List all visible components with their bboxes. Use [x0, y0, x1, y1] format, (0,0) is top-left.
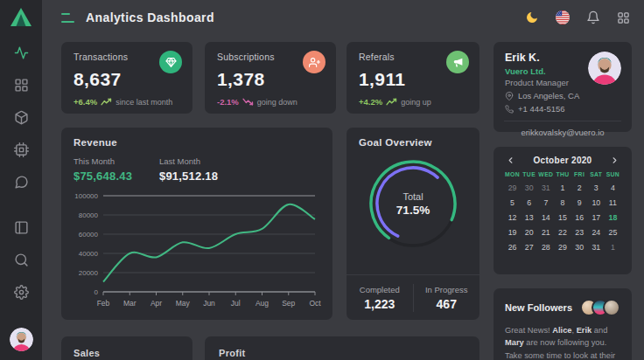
svg-text:Total: Total	[402, 191, 423, 202]
svg-text:40000: 40000	[79, 250, 99, 258]
calendar-weekday: WED	[537, 171, 554, 177]
svg-text:60000: 60000	[79, 231, 99, 239]
trend-note: going up	[401, 98, 431, 107]
activity-icon[interactable]	[14, 45, 29, 60]
trend-up-icon	[101, 98, 112, 106]
apps-icon[interactable]	[617, 11, 630, 24]
calendar-day[interactable]: 22	[554, 228, 570, 237]
calendar-day[interactable]: 27	[521, 243, 537, 252]
completed-value: 1,223	[346, 297, 413, 311]
search-icon[interactable]	[14, 253, 29, 267]
stat-value: 8,637	[74, 69, 180, 90]
calendar-day-selected[interactable]: 18	[605, 213, 621, 222]
subscriptions-card: Subscriptions 1,378 -2.1% going down	[205, 42, 336, 114]
app-logo-icon[interactable]	[10, 7, 32, 28]
transactions-card: Transactions 8,637 +6.4% since last mont…	[61, 42, 192, 114]
calendar-day[interactable]: 15	[554, 213, 570, 222]
calendar-day[interactable]: 7	[537, 198, 554, 207]
calendar-day[interactable]: 6	[521, 198, 537, 207]
calendar-day[interactable]: 17	[588, 213, 605, 222]
calendar-day[interactable]: 24	[588, 228, 605, 237]
profile-phone: +1 444-5156	[518, 104, 565, 114]
calendar-day[interactable]: 25	[605, 228, 621, 237]
trend-up-icon	[386, 98, 397, 106]
calendar-day[interactable]: 23	[571, 228, 588, 237]
follower-name[interactable]: Alice	[552, 326, 571, 335]
calendar-day[interactable]: 29	[554, 243, 570, 252]
profile-avatar[interactable]	[588, 52, 621, 85]
calendar-day[interactable]: 31	[588, 243, 605, 252]
box-icon[interactable]	[14, 110, 29, 125]
calendar-day[interactable]: 30	[571, 243, 588, 252]
svg-text:Aug: Aug	[256, 299, 269, 308]
svg-text:Mar: Mar	[123, 299, 136, 308]
sidebar-user-avatar[interactable]	[10, 328, 33, 351]
moon-icon[interactable]	[525, 10, 539, 24]
calendar-day[interactable]: 13	[521, 213, 537, 222]
stat-icon-badge	[159, 51, 182, 73]
calendar-day[interactable]: 20	[521, 228, 537, 237]
chevron-right-icon[interactable]	[610, 156, 620, 165]
svg-text:Apr: Apr	[150, 299, 162, 308]
menu-icon[interactable]	[61, 13, 74, 23]
grid-icon[interactable]	[14, 78, 29, 93]
calendar-day[interactable]: 9	[571, 198, 588, 207]
goal-completed: Completed 1,223	[346, 285, 413, 311]
svg-text:May: May	[176, 299, 191, 308]
sidebar-nav	[14, 45, 29, 190]
calendar-day[interactable]: 4	[605, 183, 621, 192]
stat-value: 1,378	[217, 69, 324, 90]
stat-icon-badge	[303, 51, 326, 73]
followers-message: Great News! Alice, Erik and Mary are now…	[505, 324, 620, 360]
followers-title: New Followers	[505, 302, 580, 313]
calendar-day[interactable]: 19	[504, 228, 521, 237]
revenue-line-chart: 020000400006000080000100000FebMarAprMayJ…	[68, 187, 326, 316]
followers-header: New Followers	[505, 299, 620, 316]
page-title: Analytics Dashboard	[86, 10, 214, 24]
trend-percent: -2.1%	[217, 97, 239, 107]
goal-overview-card: Goal Overview Total 71.5% Completed 1,22…	[346, 128, 480, 320]
calendar-day[interactable]: 30	[521, 183, 537, 192]
svg-text:Feb: Feb	[97, 299, 110, 308]
chevron-left-icon[interactable]	[506, 156, 515, 165]
trend-percent: +4.2%	[359, 97, 382, 107]
stat-trend: -2.1% going down	[217, 97, 324, 107]
panel-icon[interactable]	[14, 220, 29, 235]
calendar-day[interactable]: 2	[571, 183, 588, 192]
calendar-day[interactable]: 1	[554, 183, 570, 192]
calendar-day[interactable]: 26	[504, 243, 521, 252]
calendar-day[interactable]: 16	[571, 213, 588, 222]
calendar-day[interactable]: 5	[504, 198, 521, 207]
calendar-day[interactable]: 29	[504, 183, 521, 192]
calendar-day[interactable]: 3	[588, 183, 605, 192]
calendar-day[interactable]: 8	[554, 198, 570, 207]
chat-icon[interactable]	[14, 175, 29, 190]
calendar-day[interactable]: 11	[605, 198, 621, 207]
calendar-day[interactable]: 1	[605, 243, 621, 252]
calendar-day[interactable]: 12	[504, 213, 521, 222]
follower-name[interactable]: Mary	[505, 338, 524, 347]
svg-text:100000: 100000	[74, 192, 98, 200]
follower-avatar[interactable]	[603, 299, 620, 316]
calendar-day[interactable]: 14	[537, 213, 554, 222]
calendar-day[interactable]: 10	[588, 198, 605, 207]
revenue-card: Revenue This Month $75,648.43 Last Month…	[61, 128, 332, 320]
calendar-day[interactable]: 28	[537, 243, 554, 252]
settings-icon[interactable]	[14, 285, 29, 300]
svg-text:Jul: Jul	[231, 299, 241, 308]
calendar-card: October 2020 MONTUEWEDTHUFRISATSUN293031…	[494, 147, 632, 274]
stat-icon-badge	[446, 51, 469, 73]
us-flag-icon[interactable]	[556, 10, 570, 24]
revenue-summary: This Month $75,648.43 Last Month $91,512…	[74, 156, 320, 183]
megaphone-icon	[452, 57, 464, 68]
bell-icon[interactable]	[586, 10, 600, 24]
profile-card: Erik K. Vuero Ltd. Product Manager Los A…	[494, 42, 632, 132]
follower-name[interactable]: Erik	[577, 326, 592, 335]
svg-text:71.5%: 71.5%	[396, 204, 430, 217]
calendar-day[interactable]: 21	[537, 228, 554, 237]
profile-email[interactable]: erikkovalsky@vuero.io	[505, 128, 620, 137]
cpu-icon[interactable]	[14, 142, 29, 157]
sidebar	[0, 0, 42, 360]
calendar-grid: MONTUEWEDTHUFRISATSUN2930311234567891011…	[504, 171, 621, 252]
calendar-day[interactable]: 31	[537, 183, 554, 192]
